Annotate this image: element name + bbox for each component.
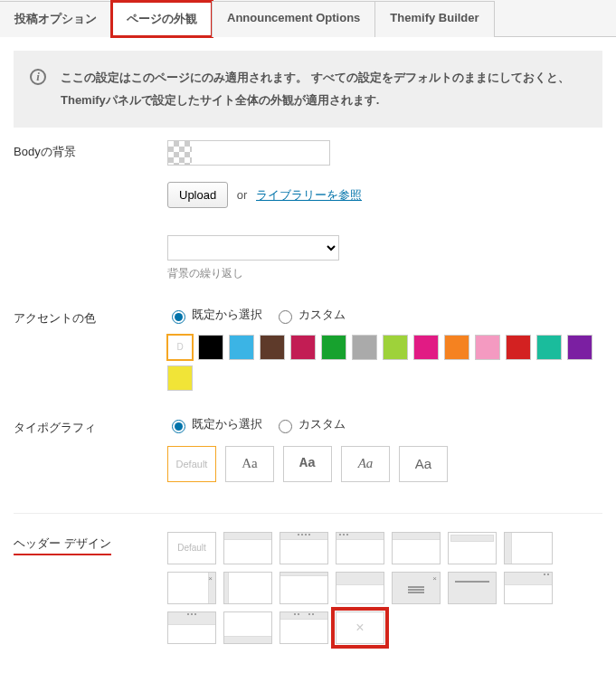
- body-bg-label: Bodyの背景: [14, 140, 167, 160]
- hd-none[interactable]: ×: [336, 611, 384, 644]
- info-icon: i: [30, 69, 46, 85]
- hd-top-widget[interactable]: [336, 532, 384, 564]
- accent-swatches: D: [167, 335, 602, 391]
- header-design-options: Default × × ×: [167, 532, 602, 644]
- accent-label: アクセントの色: [14, 307, 167, 327]
- swatch-teal[interactable]: [536, 335, 562, 360]
- swatch-pink[interactable]: [475, 335, 500, 360]
- typo-slab[interactable]: Aa: [283, 446, 332, 482]
- hd-menu-split[interactable]: [280, 611, 328, 644]
- swatch-yellow[interactable]: [167, 365, 193, 391]
- swatch-red[interactable]: [506, 335, 531, 360]
- swatch-orange[interactable]: [444, 335, 469, 360]
- accent-radio-preset-input[interactable]: [172, 310, 185, 324]
- typo-radio-preset-input[interactable]: [172, 420, 185, 433]
- field-body-background: Bodyの背景 Upload or ライブラリーを参照 背景の繰り返し: [14, 128, 602, 294]
- hd-slide-out[interactable]: ×: [167, 572, 216, 604]
- tab-bar: 投稿オプション ページの外観 Announcement Options Them…: [0, 0, 616, 37]
- bg-repeat-select[interactable]: [167, 235, 339, 261]
- typo-radio-custom-input[interactable]: [279, 420, 292, 433]
- hd-overlay[interactable]: ×: [392, 572, 441, 604]
- upload-button[interactable]: Upload: [167, 182, 228, 208]
- hd-min-bar[interactable]: [223, 572, 272, 604]
- info-box: i ここの設定はこのページにのみ適用されます。 すべての設定をデフォルトのままに…: [14, 51, 602, 128]
- swatch-gray[interactable]: [352, 335, 377, 360]
- hd-top-bar[interactable]: [280, 572, 328, 604]
- or-text: or: [237, 188, 248, 202]
- swatch-lime[interactable]: [383, 335, 408, 360]
- hd-boxed-layout[interactable]: [448, 532, 497, 564]
- transparent-checker-icon: [168, 141, 192, 165]
- typo-radio-preset[interactable]: 既定から選択: [167, 417, 265, 431]
- bg-repeat-hint: 背景の繰り返し: [167, 266, 602, 281]
- field-accent-color: アクセントの色 既定から選択 カスタム D: [14, 294, 602, 403]
- swatch-purple[interactable]: [567, 335, 592, 360]
- hd-left-pane[interactable]: [504, 532, 553, 564]
- separator: [14, 513, 602, 514]
- hd-magazine[interactable]: [504, 572, 553, 604]
- accent-radio-custom[interactable]: カスタム: [274, 308, 346, 321]
- swatch-brown[interactable]: [260, 335, 285, 360]
- swatch-black[interactable]: [198, 335, 223, 360]
- typo-italic[interactable]: Aa: [341, 446, 390, 482]
- info-text: ここの設定はこのページにのみ適用されます。 すべての設定をデフォルトのままにして…: [61, 71, 570, 107]
- hd-bottom[interactable]: [223, 611, 272, 644]
- library-link[interactable]: ライブラリーを参照: [256, 188, 362, 202]
- typography-options: Default Aa Aa Aa Aa: [167, 446, 602, 482]
- panel: i ここの設定はこのページにのみ適用されます。 すべての設定をデフォルトのままに…: [0, 37, 616, 670]
- typo-sans[interactable]: Aa: [399, 446, 448, 482]
- bg-color-input[interactable]: [167, 140, 330, 166]
- typography-label: タイポグラフィ: [14, 416, 167, 436]
- tab-page-appearance[interactable]: ページの外観: [111, 1, 213, 37]
- swatch-crimson[interactable]: [290, 335, 316, 360]
- hd-boxed-content[interactable]: [392, 532, 441, 564]
- hd-boxed-compact[interactable]: [336, 572, 384, 604]
- typo-radio-custom[interactable]: カスタム: [274, 417, 346, 431]
- hd-horizontal[interactable]: [280, 532, 328, 564]
- field-header-design: ヘッダー デザイン Default × ×: [14, 519, 602, 657]
- hd-default[interactable]: Default: [167, 532, 216, 564]
- accent-radio-custom-input[interactable]: [279, 310, 292, 324]
- swatch-default[interactable]: D: [167, 335, 193, 360]
- hd-block[interactable]: [223, 532, 272, 564]
- hd-stripe[interactable]: [448, 572, 497, 604]
- tab-themify-builder[interactable]: Themify Builder: [374, 1, 494, 37]
- accent-radio-preset[interactable]: 既定から選択: [167, 308, 265, 321]
- swatch-green[interactable]: [321, 335, 346, 360]
- typo-serif[interactable]: Aa: [225, 446, 274, 482]
- tab-announcement-options[interactable]: Announcement Options: [212, 1, 375, 37]
- field-typography: タイポグラフィ 既定から選択 カスタム Default Aa Aa Aa Aa: [14, 403, 602, 495]
- hd-classic[interactable]: [167, 611, 216, 644]
- swatch-magenta[interactable]: [413, 335, 439, 360]
- swatch-skyblue[interactable]: [229, 335, 254, 360]
- typo-default[interactable]: Default: [167, 446, 216, 482]
- tab-post-options[interactable]: 投稿オプション: [0, 1, 112, 37]
- close-icon: ×: [336, 612, 384, 643]
- header-design-label: ヘッダー デザイン: [14, 532, 167, 555]
